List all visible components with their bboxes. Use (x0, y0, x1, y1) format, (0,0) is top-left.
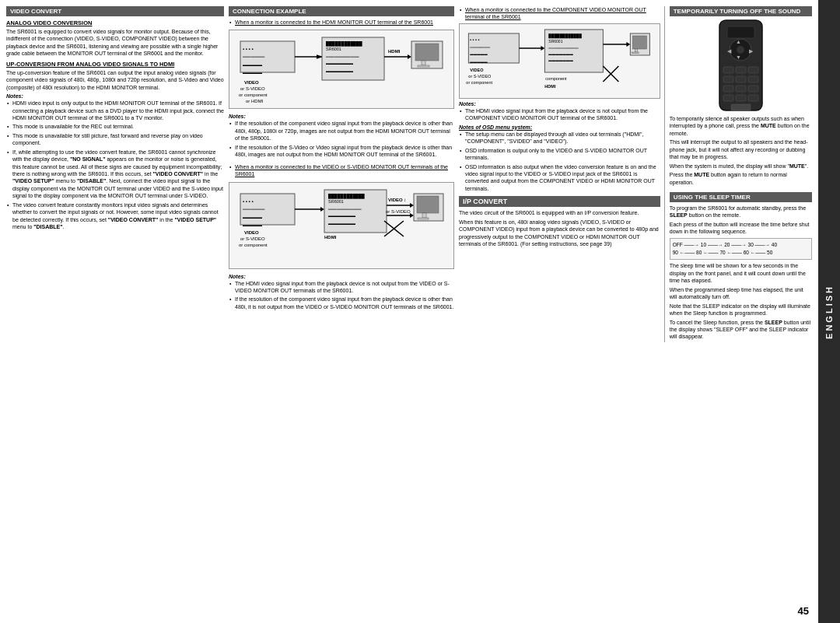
ip-convert-header: I/P CONVERT (459, 196, 660, 207)
analog-video-title: ANALOG VIDEO CONVERSION (6, 19, 224, 26)
svg-text:or component: or component (239, 93, 268, 97)
svg-text:▬▬▬▬▬: ▬▬▬▬▬ (243, 222, 262, 227)
svg-rect-99 (731, 104, 751, 110)
svg-marker-74 (626, 42, 630, 47)
svg-rect-93 (723, 86, 733, 92)
connection-bullet-1: When a monitor is connected to the HDMI … (235, 19, 454, 26)
connection-bullet-list2: When a monitor is connected to the VIDEO… (229, 163, 454, 180)
svg-text:component: component (545, 76, 567, 81)
svg-rect-92 (748, 76, 758, 82)
ip-convert-text-1: The video circuit of the SR6001 is equip… (459, 209, 660, 216)
notes-osd-list: The setup menu can be displayed through … (459, 131, 660, 193)
svg-text:████████████: ████████████ (328, 194, 365, 199)
english-tab-text: ENGLISH (824, 285, 834, 339)
svg-rect-90 (723, 76, 733, 82)
sleep-timer-text-2: Each press of the button will increase t… (670, 221, 812, 236)
mid-note-2: If the resolution of the S-Video or Vide… (235, 144, 454, 159)
svg-text:▬▬▬▬▬▬▬: ▬▬▬▬▬▬▬ (326, 61, 353, 65)
svg-text:SR6001: SR6001 (328, 199, 344, 204)
svg-text:▬▬▬▬▬: ▬▬▬▬▬ (470, 52, 488, 56)
right-left-part: When a monitor is connected to the COMPO… (459, 6, 660, 342)
notes-list-mid1: If the resolution of the component video… (229, 120, 454, 159)
svg-text:or S-VIDEO: or S-VIDEO (240, 86, 265, 91)
left-column: VIDEO CONVERT ANALOG VIDEO CONVERSION Th… (6, 6, 224, 617)
diagram-2: ▪ ▪ ▪ ▪ ════════ ▬▬▬▬▬ ▬▬▬▬▬ VIDEO or S-… (229, 182, 454, 269)
svg-rect-21 (422, 61, 425, 65)
diagram-3: ▪ ▪ ▪ ▪ ════════ ▬▬▬▬▬ ▬▬▬▬▬ VIDEO or S-… (459, 23, 660, 99)
svg-text:or S-VIDEO: or S-VIDEO (468, 74, 492, 79)
note-item-3: This mode is unavailable for still pictu… (12, 132, 224, 147)
right-right-part: TEMPORARILY TURNING OFF THE SOUND ▲ ▼ ◀ … (664, 6, 812, 342)
notes-label-left: Notes: (6, 93, 224, 99)
svg-rect-51 (422, 213, 426, 218)
note-item-4: If, while attempting to use the video co… (12, 149, 224, 200)
sleep-timer-text-1: To program the SR6001 for automatic stan… (670, 205, 812, 219)
temporarily-text-1: To temporarily silence all speaker outpu… (670, 115, 812, 137)
component-bullet-list: When a monitor is connected to the COMPO… (459, 6, 660, 21)
svg-text:▪ ▪ ▪ ▪: ▪ ▪ ▪ ▪ (470, 37, 479, 42)
note-item-5: The video convert feature constantly mon… (12, 201, 224, 231)
temporarily-text-3: When the system is muted, the display wi… (670, 163, 812, 170)
svg-rect-76 (632, 36, 646, 49)
svg-point-82 (737, 46, 744, 54)
svg-text:▪ ▪ ▪ ▪: ▪ ▪ ▪ ▪ (243, 199, 254, 204)
svg-text:════════════: ════════════ (548, 46, 579, 50)
svg-text:VIDEO: VIDEO (244, 230, 259, 235)
svg-rect-94 (736, 86, 746, 92)
svg-text:HDMI: HDMI (324, 235, 337, 240)
diagram-1-svg: ▪ ▪ ▪ ▪ ════════ ▬▬▬▬▬ ▬▬▬▬▬ VIDEO or S-… (233, 33, 450, 103)
svg-text:════════: ════════ (242, 54, 265, 59)
sleep-timer-text-3: The sleep time will be shown for a few s… (670, 262, 812, 284)
svg-rect-96 (723, 95, 733, 101)
right-note-1: The HDMI video signal input from the pla… (465, 107, 660, 122)
sleep-timer-arrow-2: 90 ←—— 80 ←—— 70 ←—— 60 ←—— 50 (673, 249, 809, 257)
svg-rect-89 (748, 67, 758, 73)
svg-rect-87 (723, 67, 733, 73)
sleep-timer-header: USING THE SLEEP TIMER (670, 192, 812, 202)
svg-marker-47 (410, 213, 414, 218)
svg-text:▼: ▼ (736, 54, 741, 60)
mid-note2-2: If the resolution of the component video… (235, 296, 454, 310)
right-top: When a monitor is connected to the COMPO… (459, 6, 812, 342)
osd-note-2: OSD information is output only to the VI… (465, 147, 660, 162)
svg-text:or S-VIDEO: or S-VIDEO (240, 236, 265, 241)
svg-rect-88 (736, 67, 746, 73)
svg-marker-33 (320, 207, 324, 212)
svg-rect-77 (635, 49, 637, 52)
notes-label-mid1: Notes: (229, 114, 454, 119)
svg-text:SR6001: SR6001 (548, 39, 562, 44)
svg-rect-95 (748, 86, 758, 92)
svg-text:▬▬▬▬▬: ▬▬▬▬▬ (243, 215, 262, 219)
notes-list-right: The HDMI video signal input from the pla… (459, 107, 660, 122)
video-convert-header: VIDEO CONVERT (6, 6, 224, 16)
main-content: VIDEO CONVERT ANALOG VIDEO CONVERSION Th… (0, 0, 818, 623)
svg-text:or component: or component (466, 80, 492, 85)
svg-text:or HDMI: or HDMI (246, 99, 264, 103)
svg-text:HDMI: HDMI (388, 49, 401, 54)
component-bullet: When a monitor is connected to the COMPO… (465, 6, 660, 21)
svg-text:▬▬▬▬▬▬▬: ▬▬▬▬▬▬▬ (328, 213, 355, 218)
video-convert-section: VIDEO CONVERT ANALOG VIDEO CONVERSION Th… (6, 6, 224, 233)
svg-marker-62 (541, 46, 544, 51)
note-item-1: HDMI video input is only output to the H… (12, 100, 224, 121)
svg-text:════════════: ════════════ (327, 207, 362, 212)
svg-text:════════: ════════ (242, 207, 265, 212)
svg-text:VIDEO: VIDEO (470, 68, 484, 72)
connection-bullet-2: When a monitor is connected to the VIDEO… (235, 163, 454, 178)
sleep-timer-text-6: To cancel the Sleep function, press the … (670, 319, 812, 341)
svg-rect-20 (415, 44, 439, 61)
connection-bullet-list: When a monitor is connected to the HDMI … (229, 19, 454, 27)
temporarily-text-2: This will interrupt the output to all sp… (670, 138, 812, 160)
sleep-timer-arrow-1: OFF ——→ 10 ——→ 20 ——→ 30 ——→ 40 (673, 241, 809, 249)
svg-rect-80 (727, 26, 754, 38)
svg-text:████████████: ████████████ (548, 33, 582, 39)
diagram-3-svg: ▪ ▪ ▪ ▪ ════════ ▬▬▬▬▬ ▬▬▬▬▬ VIDEO or S-… (463, 27, 656, 93)
svg-rect-52 (418, 218, 429, 219)
svg-rect-50 (417, 196, 439, 213)
svg-rect-97 (736, 95, 746, 101)
remote-svg: ▲ ▼ ◀ ▶ (712, 19, 770, 112)
sleep-timer-text-5: Note that the SLEEP indicator on the dis… (670, 303, 812, 317)
middle-column: CONNECTION EXAMPLE When a monitor is con… (229, 6, 454, 617)
osd-note-1: The setup menu can be displayed through … (465, 131, 660, 145)
notes-osd-label: Notes of OSD menu system: (459, 124, 660, 130)
